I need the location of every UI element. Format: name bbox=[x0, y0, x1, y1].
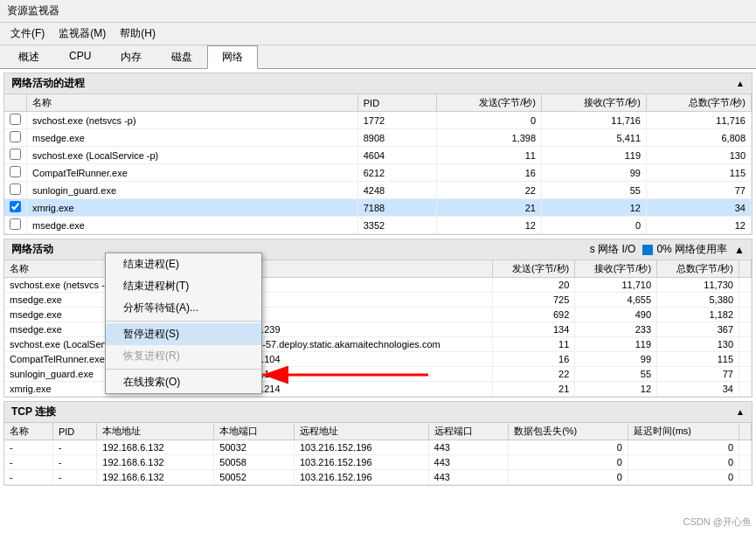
context-menu-item[interactable]: 在线搜索(O) bbox=[106, 371, 261, 393]
table-row[interactable]: msedge.exe 8908 1,398 5,411 6,808 bbox=[4, 129, 752, 147]
row-name: svchost.exe (netsvcs -p) bbox=[27, 112, 358, 129]
row-total: 12 bbox=[647, 217, 752, 234]
table-row[interactable]: xmrig.exe 7188 21 12 34 bbox=[4, 199, 752, 217]
row-send: 22 bbox=[437, 182, 542, 199]
row-send: 11 bbox=[493, 337, 575, 352]
tab-disk[interactable]: 磁盘 bbox=[156, 45, 207, 69]
row-recv: 0 bbox=[542, 217, 647, 234]
row-recv: 11,710 bbox=[575, 278, 657, 293]
context-menu: 结束进程(E)结束进程树(T)分析等待链(A)...暂停进程(S)恢复进程(R)… bbox=[105, 253, 262, 394]
menu-monitor[interactable]: 监视器(M) bbox=[52, 24, 113, 43]
tab-cpu[interactable]: CPU bbox=[54, 45, 106, 69]
context-menu-item[interactable]: 结束进程(E) bbox=[106, 253, 261, 275]
row-total: 1,182 bbox=[657, 308, 739, 322]
na-scroll bbox=[739, 260, 752, 278]
tcp-col-remote-addr: 远程地址 bbox=[294, 423, 428, 440]
row-name: - bbox=[4, 470, 52, 485]
table-row[interactable]: - - 192.168.6.132 50058 103.216.152.196 … bbox=[4, 455, 752, 470]
row-total: 115 bbox=[657, 352, 739, 367]
row-total: 34 bbox=[647, 199, 752, 217]
row-name: sunlogin_guard.exe bbox=[27, 182, 358, 199]
context-menu-item[interactable]: 结束进程树(T) bbox=[106, 275, 261, 297]
title-bar: 资源监视器 bbox=[0, 0, 756, 23]
row-name: CompatTelRunner.exe bbox=[27, 164, 358, 182]
row-scroll bbox=[739, 440, 752, 455]
table-row[interactable]: - - 192.168.6.132 50052 103.216.152.196 … bbox=[4, 470, 752, 485]
row-checkbox[interactable] bbox=[4, 147, 27, 164]
row-scroll bbox=[739, 352, 752, 367]
table-row[interactable]: CompatTelRunner.exe 6212 16 99 115 bbox=[4, 164, 752, 182]
table-row[interactable]: svchost.exe (netsvcs -p) 1772 0 11,716 1… bbox=[4, 112, 752, 129]
row-recv: 490 bbox=[575, 308, 657, 322]
row-scroll bbox=[739, 455, 752, 470]
tab-network[interactable]: 网络 bbox=[207, 45, 258, 69]
row-recv: 55 bbox=[575, 367, 657, 382]
row-checkbox[interactable] bbox=[4, 129, 27, 147]
table-row[interactable]: - - 192.168.6.132 50032 103.216.152.196 … bbox=[4, 440, 752, 455]
row-latency: 0 bbox=[628, 470, 739, 485]
row-total: 11,730 bbox=[657, 278, 739, 293]
row-recv: 119 bbox=[575, 337, 657, 352]
context-menu-item[interactable]: 暂停进程(S) bbox=[106, 323, 261, 345]
row-pid: 8908 bbox=[357, 129, 436, 147]
tab-memory[interactable]: 内存 bbox=[106, 45, 156, 69]
row-checkbox[interactable] bbox=[4, 199, 27, 217]
row-recv: 12 bbox=[542, 199, 647, 217]
context-menu-separator bbox=[106, 369, 261, 370]
row-name: svchost.exe (LocalService -p) bbox=[27, 147, 358, 164]
tcp-header: TCP 连接 ▲ bbox=[4, 402, 752, 423]
context-menu-item[interactable]: 分析等待链(A)... bbox=[106, 297, 261, 319]
row-send: 134 bbox=[493, 322, 575, 337]
row-name: msedge.exe bbox=[27, 217, 358, 234]
row-scroll bbox=[739, 322, 752, 337]
menu-help[interactable]: 帮助(H) bbox=[113, 24, 163, 43]
col-total: 总数(字节/秒) bbox=[647, 94, 752, 112]
row-scroll bbox=[739, 470, 752, 485]
main-content: 网络活动的进程 ▲ 名称 PID 发送(字节/秒) 接收(字节/秒) 总数(字节… bbox=[0, 69, 756, 533]
col-pid: PID bbox=[357, 94, 436, 112]
network-usage-label: 0% 网络使用率 bbox=[656, 242, 727, 257]
tab-bar: 概述 CPU 内存 磁盘 网络 bbox=[0, 45, 756, 69]
collapse-network-processes[interactable]: ▲ bbox=[736, 79, 745, 88]
row-send: 20 bbox=[493, 278, 575, 293]
table-row[interactable]: svchost.exe (LocalService -p) 4604 11 11… bbox=[4, 147, 752, 164]
row-checkbox[interactable] bbox=[4, 164, 27, 182]
tcp-col-latency: 延迟时间(ms) bbox=[628, 423, 739, 440]
row-send: 11 bbox=[437, 147, 542, 164]
network-processes-table: 名称 PID 发送(字节/秒) 接收(字节/秒) 总数(字节/秒) svchos… bbox=[4, 94, 752, 234]
collapse-network-activity[interactable]: ▲ bbox=[734, 244, 745, 256]
collapse-tcp[interactable]: ▲ bbox=[736, 407, 745, 417]
tab-overview[interactable]: 概述 bbox=[3, 45, 54, 69]
row-send: 0 bbox=[437, 112, 542, 129]
table-row[interactable]: sunlogin_guard.exe 4248 22 55 77 bbox=[4, 182, 752, 199]
row-pid: 4604 bbox=[357, 147, 436, 164]
col-name: 名称 bbox=[27, 94, 358, 112]
menu-bar: 文件(F) 监视器(M) 帮助(H) bbox=[0, 23, 756, 45]
row-scroll bbox=[739, 382, 752, 397]
row-recv: 55 bbox=[542, 182, 647, 199]
tcp-col-local-port: 本地端口 bbox=[214, 423, 295, 440]
row-remote-port: 443 bbox=[428, 470, 509, 485]
row-pid: 4248 bbox=[357, 182, 436, 199]
table-row[interactable]: msedge.exe 3352 12 0 12 bbox=[4, 217, 752, 234]
row-total: 11,716 bbox=[647, 112, 752, 129]
row-remote-addr: 103.216.152.196 bbox=[294, 440, 428, 455]
network-processes-header: 网络活动的进程 ▲ bbox=[4, 73, 752, 94]
arrow-svg bbox=[253, 357, 428, 392]
row-total: 5,380 bbox=[657, 293, 739, 308]
tcp-col-loss: 数据包丢失(%) bbox=[509, 423, 628, 440]
row-pid: 3352 bbox=[357, 217, 436, 234]
row-recv: 119 bbox=[542, 147, 647, 164]
row-send: 725 bbox=[493, 293, 575, 308]
app-title: 资源监视器 bbox=[7, 3, 59, 18]
row-checkbox[interactable] bbox=[4, 112, 27, 129]
row-total: 77 bbox=[647, 182, 752, 199]
row-checkbox[interactable] bbox=[4, 217, 27, 234]
row-recv: 11,716 bbox=[542, 112, 647, 129]
menu-file[interactable]: 文件(F) bbox=[3, 24, 52, 43]
tcp-col-remote-port: 远程端口 bbox=[428, 423, 509, 440]
na-col-recv: 接收(字节/秒) bbox=[575, 260, 657, 278]
row-checkbox[interactable] bbox=[4, 182, 27, 199]
row-loss: 0 bbox=[509, 440, 628, 455]
tcp-scroll bbox=[739, 423, 752, 440]
